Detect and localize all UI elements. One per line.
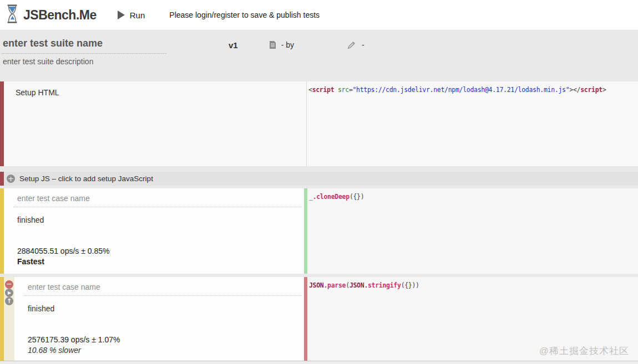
setup-html-section: Setup HTML <script src="https://cdn.jsde… — [0, 81, 638, 166]
move-up-test-case-icon[interactable]: ↑ — [5, 297, 13, 305]
plus-icon: + — [7, 175, 15, 183]
test-case-row-1: finished 2884055.51 ops/s ± 0.85% Fastes… — [0, 188, 638, 274]
test-case-2-actions-gutter: − ▶ ↑ — [4, 277, 14, 361]
setup-html-label: Setup HTML — [16, 88, 306, 97]
login-register-link[interactable]: Please login/register to save & publish … — [169, 11, 320, 19]
suite-version-badge: v1 — [229, 40, 238, 50]
run-test-case-icon[interactable]: ▶ — [5, 289, 13, 297]
app-logo[interactable]: JSBench.Me — [4, 3, 97, 27]
hourglass-logo-icon — [4, 3, 20, 27]
pencil-icon — [347, 41, 356, 49]
bottom-divider — [0, 361, 638, 364]
test-case-2-ops-result: 2576175.39 ops/s ± 1.07% — [28, 335, 304, 344]
suite-by-label: - by — [281, 40, 294, 49]
suite-description-input[interactable] — [3, 57, 225, 66]
test-case-2-status: finished — [28, 304, 304, 313]
watermark-text: @稀土掘金技术社区 — [539, 345, 629, 357]
suite-description-row — [0, 57, 638, 68]
setup-html-label-panel: Setup HTML — [4, 81, 307, 166]
top-header: JSBench.Me Run Please login/register to … — [0, 0, 638, 30]
test-case-1-code-editor[interactable]: _.cloneDeep({}) — [307, 188, 638, 274]
run-button[interactable]: Run — [118, 11, 145, 20]
setup-html-code-editor[interactable]: <script src="https://cdn.jsdelivr.net/np… — [307, 81, 638, 166]
document-icon — [269, 40, 276, 49]
app-title: JSBench.Me — [23, 8, 97, 23]
test-case-2-panel: finished 2576175.39 ops/s ± 1.07% 10.68 … — [14, 277, 304, 361]
test-case-1-verdict: Fastest — [17, 257, 304, 266]
remove-test-case-icon[interactable]: − — [5, 280, 13, 289]
test-case-1-ops-result: 2884055.51 ops/s ± 0.85% — [17, 247, 304, 255]
suite-header-row: v1 - by - — [0, 35, 638, 55]
suite-name-input[interactable] — [2, 37, 166, 54]
setup-js-label: Setup JS – click to add setup JavaScript — [19, 175, 153, 183]
test-case-2-verdict: 10.68 % slower — [28, 346, 304, 355]
test-case-2-name-input[interactable] — [24, 281, 302, 296]
suite-modified-value: - — [362, 40, 364, 49]
run-button-label: Run — [130, 11, 145, 20]
test-case-1-panel: finished 2884055.51 ops/s ± 0.85% Fastes… — [4, 188, 304, 274]
run-play-icon — [118, 11, 125, 19]
setup-js-add-bar[interactable]: + Setup JS – click to add setup JavaScri… — [0, 172, 638, 186]
test-case-1-status: finished — [17, 216, 304, 224]
test-case-1-name-input[interactable] — [13, 192, 302, 207]
